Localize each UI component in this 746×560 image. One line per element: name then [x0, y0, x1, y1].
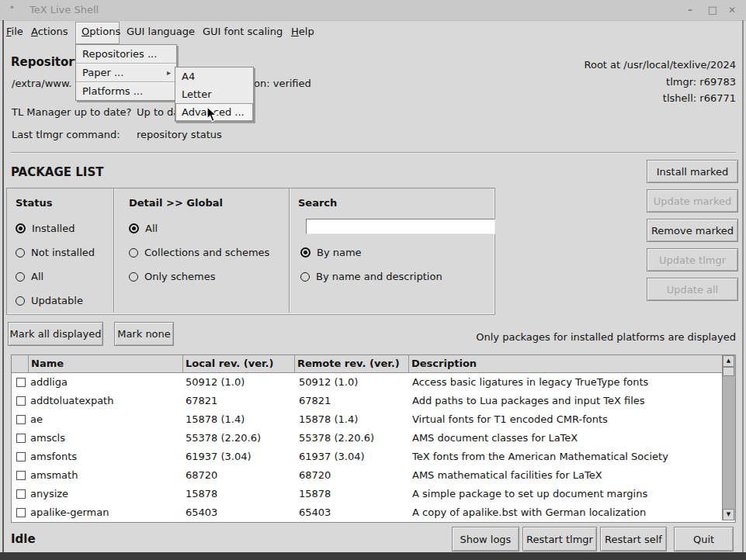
menu-help[interactable]: Help: [291, 20, 314, 43]
options-menu: Repositories ... Paper ... ▸ Platforms .…: [75, 44, 177, 101]
row-checkbox[interactable]: [16, 415, 26, 424]
radio-icon: [129, 248, 138, 258]
texlive-shell-window: • TeX Live Shell – □ ✕ File Actions Opti…: [0, 0, 746, 560]
show-logs-button[interactable]: Show logs: [452, 527, 519, 551]
col-header-name[interactable]: Name: [28, 355, 182, 372]
radio-label: Updatable: [31, 295, 83, 306]
radio-status-not-installed[interactable]: Not installed: [16, 247, 95, 258]
table-row[interactable]: amsfonts 61937 (3.04) 61937 (3.04) TeX f…: [12, 448, 723, 466]
table-row[interactable]: addliga 50912 (1.0) 50912 (1.0) Access b…: [12, 373, 723, 392]
cell-local-rev: 50912 (1.0): [186, 373, 293, 392]
table-row[interactable]: anysize 15878 15878 A simple package to …: [12, 485, 723, 503]
tlmgr-revision: tlmgr: r69783: [666, 76, 736, 88]
table-header: Name Local rev. (ver.) Remote rev. (ver.…: [12, 355, 734, 373]
repository-heading: Repository: [11, 55, 82, 69]
radio-icon: [16, 272, 25, 282]
update-tlmgr-button[interactable]: Update tlmgr: [647, 248, 738, 271]
remove-marked-button[interactable]: Remove marked: [647, 219, 738, 242]
restart-self-button[interactable]: Restart self: [600, 527, 667, 551]
scrollbar-thumb[interactable]: [723, 367, 734, 376]
scrollbar-up-button[interactable]: ▲: [723, 355, 734, 367]
radio-detail-collections[interactable]: Collections and schemes: [129, 247, 269, 258]
menu-file[interactable]: File: [6, 20, 23, 43]
table-row[interactable]: addtoluatexpath 67821 67821 Add paths to…: [12, 392, 723, 410]
menu-item-paper[interactable]: Paper ... ▸: [76, 64, 176, 82]
cell-remote-rev: 65403: [299, 503, 407, 522]
menu-item-platforms[interactable]: Platforms ...: [76, 82, 176, 100]
update-marked-button[interactable]: Update marked: [647, 189, 738, 213]
row-checkbox[interactable]: [16, 489, 26, 499]
filter-panel: Status Installed Not installed All Updat…: [6, 188, 495, 315]
cell-local-rev: 15878: [186, 485, 293, 503]
radio-status-installed[interactable]: Installed: [16, 223, 75, 234]
cell-name: amsfonts: [30, 448, 181, 466]
maximize-icon: □: [708, 4, 717, 16]
radio-icon: [129, 223, 139, 233]
maximize-button[interactable]: □: [705, 3, 720, 17]
last-command-value: repository status: [137, 129, 222, 140]
submenu-item-a4[interactable]: A4: [175, 67, 253, 85]
menu-gui-language[interactable]: GUI language: [127, 20, 195, 43]
cell-description: AMS mathematical facilities for LaTeX: [412, 466, 721, 485]
scroll-down-icon: ▼: [727, 511, 730, 517]
mark-all-displayed-button[interactable]: Mark all displayed: [8, 322, 103, 346]
radio-status-all[interactable]: All: [16, 271, 43, 282]
table-row[interactable]: amsmath 68720 68720 AMS mathematical fac…: [12, 466, 723, 485]
package-table: Name Local rev. (ver.) Remote rev. (ver.…: [11, 354, 736, 523]
radio-detail-only-schemes[interactable]: Only schemes: [129, 271, 216, 282]
col-header-local[interactable]: Local rev. (ver.): [182, 355, 294, 372]
mark-none-button[interactable]: Mark none: [114, 322, 174, 346]
status-group-title: Status: [16, 197, 53, 209]
cell-local-rev: 61937 (3.04): [186, 448, 293, 466]
minimize-button[interactable]: –: [682, 3, 698, 17]
titlebar[interactable]: • TeX Live Shell – □ ✕: [0, 0, 746, 21]
mouse-cursor: [206, 106, 217, 123]
col-header-remote[interactable]: Remote rev. (ver.): [294, 355, 408, 372]
scroll-up-icon: ▲: [727, 358, 730, 364]
menu-item-label: Paper ...: [82, 67, 123, 78]
radio-search-by-name-desc[interactable]: By name and description: [300, 271, 442, 282]
radio-label: By name and description: [316, 271, 442, 282]
update-all-button[interactable]: Update all: [647, 278, 738, 301]
radio-label: Collections and schemes: [144, 247, 269, 258]
table-row[interactable]: apalike-german 65403 65403 A copy of apa…: [12, 503, 723, 522]
row-checkbox[interactable]: [16, 452, 26, 461]
row-checkbox[interactable]: [16, 378, 26, 387]
scrollbar-down-button[interactable]: ▼: [723, 509, 734, 520]
package-list-heading: PACKAGE LIST: [11, 165, 103, 179]
search-input[interactable]: [306, 219, 495, 234]
close-button[interactable]: ✕: [724, 3, 740, 17]
cell-name: amsmath: [30, 466, 181, 485]
menu-options[interactable]: Options: [82, 20, 120, 43]
panel-divider-1: [113, 188, 115, 313]
menu-item-repositories[interactable]: Repositories ...: [76, 45, 176, 64]
radio-icon: [16, 296, 25, 306]
install-marked-button[interactable]: Install marked: [647, 160, 738, 183]
restart-tlmgr-button[interactable]: Restart tlmgr: [522, 527, 597, 551]
row-checkbox[interactable]: [16, 396, 26, 406]
cell-local-rev: 15878 (1.4): [186, 410, 293, 429]
radio-detail-all[interactable]: All: [129, 223, 158, 234]
table-scrollbar[interactable]: ▲ ▼: [722, 355, 735, 520]
radio-status-updatable[interactable]: Updatable: [16, 295, 83, 306]
submenu-arrow-icon: ▸: [167, 64, 171, 81]
cell-description: Add paths to Lua packages and input TeX …: [412, 392, 721, 410]
menu-gui-font-scaling[interactable]: GUI font scaling: [203, 20, 283, 43]
table-row[interactable]: ae 15878 (1.4) 15878 (1.4) Virtual fonts…: [12, 410, 723, 429]
row-checkbox[interactable]: [16, 471, 26, 480]
col-header-description[interactable]: Description: [408, 355, 722, 372]
window-title: TeX Live Shell: [29, 4, 99, 16]
last-command-label: Last tlmgr command:: [12, 129, 120, 140]
radio-search-by-name[interactable]: By name: [300, 247, 362, 258]
menu-actions[interactable]: Actions: [31, 20, 68, 43]
repository-root: Root at /usr/local/texlive/2024: [584, 59, 736, 71]
table-row[interactable]: amscls 55378 (2.20.6) 55378 (2.20.6) AMS…: [12, 429, 723, 448]
window-frame-left: [2, 20, 4, 552]
repository-verification: on: verified: [254, 78, 311, 89]
row-checkbox[interactable]: [16, 508, 26, 517]
search-group-title: Search: [298, 197, 337, 209]
quit-button[interactable]: Quit: [674, 527, 734, 551]
tl-manager-label: TL Manager up to date?: [12, 106, 131, 118]
submenu-item-letter[interactable]: Letter: [175, 85, 253, 103]
row-checkbox[interactable]: [16, 434, 26, 443]
